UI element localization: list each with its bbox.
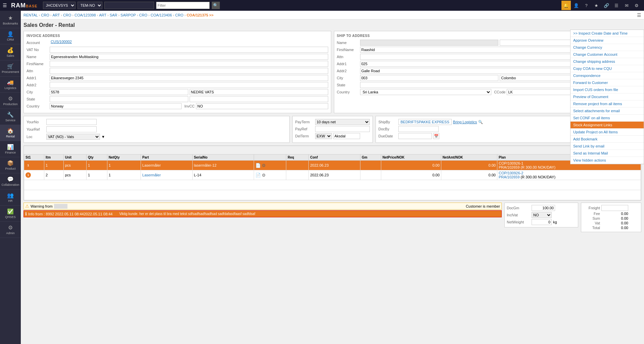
action-import-cus[interactable]: Import CUS orders from file bbox=[571, 86, 644, 93]
search-button[interactable]: 🔍 bbox=[212, 2, 220, 9]
list-icon-btn[interactable]: ☰ bbox=[612, 1, 621, 10]
vat-no-input[interactable] bbox=[50, 47, 328, 53]
sidebar-item-crm[interactable]: 👤 CRM bbox=[0, 28, 21, 44]
state-input[interactable] bbox=[50, 96, 188, 102]
breadcrumb-rental[interactable]: RENTAL bbox=[23, 13, 38, 17]
link-icon-btn[interactable]: 🔗 bbox=[602, 1, 611, 10]
row2-part[interactable]: Lasermåler bbox=[141, 170, 193, 180]
action-change-shipping[interactable]: Change shipping address bbox=[571, 58, 644, 65]
row2-plan1-link[interactable]: COP/100926-2 bbox=[499, 171, 523, 175]
breadcrumb-cro2[interactable]: CRO bbox=[63, 13, 71, 17]
netweight-input[interactable] bbox=[532, 219, 552, 225]
action-send-link[interactable]: Send Link by email bbox=[571, 143, 644, 150]
row2-plan2-link[interactable]: PRA/102659 bbox=[499, 175, 519, 179]
yourref-input[interactable] bbox=[46, 126, 97, 132]
ship-country-select[interactable]: Sri Lanka bbox=[360, 89, 492, 95]
action-preview-doc[interactable]: Preview of Document bbox=[571, 93, 644, 100]
user-icon-btn[interactable]: 👤 bbox=[572, 1, 581, 10]
sidebar-item-rental[interactable]: 🏠 Rental bbox=[0, 125, 21, 141]
action-send-mail[interactable]: Send as Internal Mail bbox=[571, 150, 644, 157]
breadcrumb-cro4[interactable]: CRO bbox=[175, 13, 183, 17]
sidebar-item-service[interactable]: 🔧 Service bbox=[0, 109, 21, 125]
action-update-project[interactable]: Update Project on All Items bbox=[571, 129, 644, 136]
env-dropdown[interactable]: TEM-NO bbox=[78, 2, 102, 9]
action-set-conf[interactable]: Set CONF on all items bbox=[571, 115, 644, 122]
loc-select[interactable]: VAT (NO) - Vats bbox=[46, 134, 100, 140]
inclvat-select[interactable]: NO bbox=[532, 212, 552, 218]
duedate-input[interactable] bbox=[398, 133, 432, 139]
bring-logistics-link[interactable]: Bring Logistics bbox=[453, 120, 477, 124]
row1-gear-icon[interactable]: ⚙ bbox=[262, 163, 266, 168]
action-change-customer[interactable]: Change Customer Account bbox=[571, 51, 644, 58]
attn-input[interactable] bbox=[50, 68, 328, 74]
breadcrumb-cro1[interactable]: CRO bbox=[41, 13, 49, 17]
sidebar-item-bookmarks[interactable]: ★ Bookmarks bbox=[0, 12, 21, 28]
sidebar-item-hr[interactable]: 👥 HR bbox=[0, 189, 21, 206]
country-input[interactable] bbox=[50, 103, 182, 109]
breadcrumb-coa123406[interactable]: COA/123406 bbox=[151, 13, 172, 17]
sidebar-item-product[interactable]: 📦 Product bbox=[0, 157, 21, 173]
bell-icon-btn[interactable]: 🔔 bbox=[561, 1, 571, 10]
sidebar-item-production[interactable]: ⚙ Production bbox=[0, 93, 21, 109]
table-row[interactable]: 1 2 pcs 1 1 Lasermåler L-14 📄 bbox=[24, 170, 641, 180]
breadcrumb-art2[interactable]: ART bbox=[99, 13, 106, 17]
sidebar-item-procurement[interactable]: 🛒 Procurement bbox=[0, 60, 21, 77]
row1-part[interactable]: Lasermåler bbox=[141, 161, 193, 170]
invcc-input[interactable] bbox=[196, 103, 328, 109]
row2-doc-icon[interactable]: 📄 bbox=[255, 173, 261, 178]
search-ship-icon[interactable]: 🔍 bbox=[478, 120, 483, 124]
doc-input[interactable]: coa/121375 bbox=[104, 2, 154, 9]
breadcrumb-menu-icon[interactable]: ☰ bbox=[637, 12, 641, 18]
row2-gear-icon[interactable]: ⚙ bbox=[262, 173, 266, 178]
city-code-input[interactable] bbox=[50, 89, 188, 95]
settings-icon-btn[interactable]: ⚙ bbox=[632, 1, 641, 10]
breadcrumb-cro3[interactable]: CRO bbox=[139, 13, 147, 17]
payref-input[interactable] bbox=[315, 126, 370, 132]
addr1-input[interactable] bbox=[50, 75, 328, 81]
account-value[interactable]: CUS/100002 bbox=[50, 40, 328, 46]
table-row[interactable]: 1 1 pcs 1 1 Lasermåler lasermåler-12 bbox=[24, 161, 641, 170]
row1-doc-icon[interactable]: 📄 bbox=[255, 163, 261, 168]
name-input[interactable] bbox=[50, 54, 328, 60]
action-stock-links[interactable]: Stock Assignment Links bbox=[571, 122, 644, 129]
freight-input[interactable] bbox=[601, 205, 628, 211]
breadcrumb-coa123398[interactable]: COA/123398 bbox=[75, 13, 96, 17]
state-name-input[interactable] bbox=[190, 96, 328, 102]
sidebar-item-sales[interactable]: 💰 Sales bbox=[0, 44, 21, 60]
row2-part-link[interactable]: Lasermåler bbox=[142, 173, 161, 177]
payterm-select[interactable]: 10 days net bbox=[315, 119, 370, 125]
action-inspect-date[interactable]: >> Inspect Create Date and Time bbox=[571, 30, 644, 37]
duedate-calendar-btn[interactable]: 📅 bbox=[433, 133, 439, 139]
firstname-input[interactable] bbox=[50, 61, 328, 67]
filter-input[interactable] bbox=[156, 2, 210, 9]
question-icon-btn[interactable]: ? bbox=[582, 1, 591, 10]
action-approve-overview[interactable]: Approve Overview bbox=[571, 37, 644, 44]
action-select-attachments[interactable]: Select attachments for email bbox=[571, 108, 644, 115]
docgm-input[interactable] bbox=[532, 205, 555, 211]
mail-icon-btn[interactable]: ✉ bbox=[622, 1, 631, 10]
sidebar-item-qhses[interactable]: ✅ QHSES bbox=[0, 206, 21, 222]
sidebar-item-admin[interactable]: ⚙ Admin bbox=[0, 222, 21, 238]
sidebar-item-collaboration[interactable]: 💬 Collaboration bbox=[0, 173, 21, 189]
delterm-select[interactable]: EXW bbox=[315, 133, 332, 139]
docby-input[interactable] bbox=[398, 126, 439, 132]
yourno-input[interactable] bbox=[46, 119, 97, 125]
ship-city-code-input[interactable] bbox=[360, 75, 499, 81]
hamburger-menu[interactable]: ☰ bbox=[3, 3, 7, 8]
breadcrumb-art1[interactable]: ART bbox=[52, 13, 60, 17]
company-dropdown[interactable]: JHCDEVSYS bbox=[43, 2, 76, 9]
addr2-input[interactable] bbox=[50, 82, 328, 88]
action-change-currency[interactable]: Change Currency bbox=[571, 44, 644, 51]
row1-part-link[interactable]: Lasermåler bbox=[142, 163, 161, 167]
action-view-hidden[interactable]: View hidden actions bbox=[571, 157, 644, 164]
delterm-place-input[interactable] bbox=[333, 133, 360, 139]
breadcrumb-sarpop[interactable]: SARPOP bbox=[120, 13, 136, 17]
city-name-input[interactable] bbox=[190, 89, 328, 95]
action-copy-coa[interactable]: Copy COA to new CQU bbox=[571, 65, 644, 72]
row1-plan1-link[interactable]: COP/100926-1 bbox=[499, 161, 523, 165]
star-icon-btn[interactable]: ★ bbox=[592, 1, 601, 10]
breadcrumb-sar[interactable]: SAR bbox=[110, 13, 117, 17]
ship-name-input[interactable] bbox=[360, 40, 499, 46]
action-add-bookmark[interactable]: Add Bookmark bbox=[571, 136, 644, 143]
action-forward-customer[interactable]: Forward to Customer bbox=[571, 79, 644, 86]
